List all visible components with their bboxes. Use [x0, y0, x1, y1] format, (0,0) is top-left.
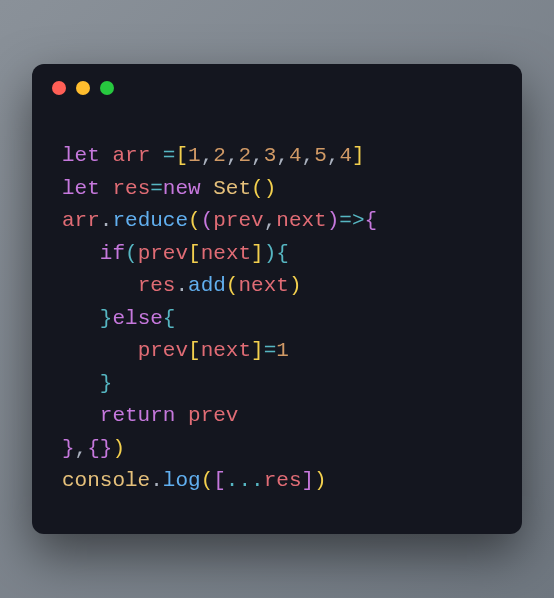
code-token: ): [264, 177, 277, 200]
code-token: ): [289, 274, 302, 297]
code-line: prev[next]=1: [62, 339, 289, 362]
code-token: Set: [213, 177, 251, 200]
code-line: console.log([...res]): [62, 469, 327, 492]
code-token: }: [100, 372, 113, 395]
code-token: return: [100, 404, 176, 427]
code-token: ,: [276, 144, 289, 167]
code-token: reduce: [112, 209, 188, 232]
code-token: arr: [112, 144, 150, 167]
code-token: res: [264, 469, 302, 492]
code-token: [62, 242, 100, 265]
code-token: [100, 177, 113, 200]
code-token: ): [314, 469, 327, 492]
code-token: 1: [276, 339, 289, 362]
code-token: [: [188, 339, 201, 362]
code-token: {: [163, 307, 176, 330]
code-token: ]: [251, 339, 264, 362]
code-token: [62, 372, 100, 395]
code-block: let arr =[1,2,2,3,4,5,4] let res=new Set…: [32, 112, 522, 534]
code-token: [62, 274, 138, 297]
code-token: res: [138, 274, 176, 297]
code-token: add: [188, 274, 226, 297]
code-token: [62, 339, 138, 362]
code-token: ,: [251, 144, 264, 167]
code-token: [100, 144, 113, 167]
code-token: ,: [302, 144, 315, 167]
code-token: ,: [75, 437, 88, 460]
code-token: else: [112, 307, 162, 330]
code-token: 2: [213, 144, 226, 167]
code-line: }else{: [62, 307, 175, 330]
code-token: .: [175, 274, 188, 297]
code-line: arr.reduce((prev,next)=>{: [62, 209, 377, 232]
code-token: ,: [264, 209, 277, 232]
code-token: (: [201, 469, 214, 492]
code-line: if(prev[next]){: [62, 242, 289, 265]
code-token: =: [163, 144, 176, 167]
code-token: 4: [289, 144, 302, 167]
code-line: },{}): [62, 437, 125, 460]
code-token: console: [62, 469, 150, 492]
titlebar: [32, 64, 522, 112]
code-token: (: [201, 209, 214, 232]
code-token: =>: [339, 209, 364, 232]
minimize-icon[interactable]: [76, 81, 90, 95]
code-token: {: [365, 209, 378, 232]
code-token: {: [87, 437, 100, 460]
code-token: (: [251, 177, 264, 200]
code-token: .: [100, 209, 113, 232]
code-token: ]: [251, 242, 264, 265]
code-token: [: [188, 242, 201, 265]
code-token: next: [276, 209, 326, 232]
code-token: ,: [327, 144, 340, 167]
code-token: 1: [188, 144, 201, 167]
code-token: ): [327, 209, 340, 232]
code-token: ,: [226, 144, 239, 167]
code-token: [62, 307, 100, 330]
code-token: ]: [301, 469, 314, 492]
code-token: next: [201, 242, 251, 265]
code-token: ): [264, 242, 277, 265]
code-token: (: [188, 209, 201, 232]
code-token: ,: [201, 144, 214, 167]
code-token: 2: [239, 144, 252, 167]
code-token: arr: [62, 209, 100, 232]
code-token: [62, 404, 100, 427]
code-token: [: [175, 144, 188, 167]
code-token: prev: [188, 404, 238, 427]
code-token: prev: [213, 209, 263, 232]
code-token: (: [125, 242, 138, 265]
code-token: new: [163, 177, 201, 200]
code-token: ): [112, 437, 125, 460]
code-token: prev: [138, 242, 188, 265]
code-token: log: [163, 469, 201, 492]
code-token: let: [62, 144, 100, 167]
code-token: ...: [226, 469, 264, 492]
code-token: {: [276, 242, 289, 265]
code-token: if: [100, 242, 125, 265]
code-line: let res=new Set(): [62, 177, 276, 200]
code-token: [175, 404, 188, 427]
code-token: res: [112, 177, 150, 200]
maximize-icon[interactable]: [100, 81, 114, 95]
code-token: [201, 177, 214, 200]
code-line: let arr =[1,2,2,3,4,5,4]: [62, 144, 365, 167]
code-token: =: [150, 177, 163, 200]
code-token: [150, 144, 163, 167]
code-token: let: [62, 177, 100, 200]
code-window: let arr =[1,2,2,3,4,5,4] let res=new Set…: [32, 64, 522, 534]
close-icon[interactable]: [52, 81, 66, 95]
code-token: next: [238, 274, 288, 297]
code-token: prev: [138, 339, 188, 362]
code-token: 5: [314, 144, 327, 167]
code-token: [: [213, 469, 226, 492]
code-token: =: [264, 339, 277, 362]
code-line: res.add(next): [62, 274, 302, 297]
code-token: }: [100, 307, 113, 330]
code-token: .: [150, 469, 163, 492]
code-line: return prev: [62, 404, 238, 427]
code-token: ]: [352, 144, 365, 167]
code-token: next: [201, 339, 251, 362]
code-token: }: [62, 437, 75, 460]
code-token: 4: [339, 144, 352, 167]
